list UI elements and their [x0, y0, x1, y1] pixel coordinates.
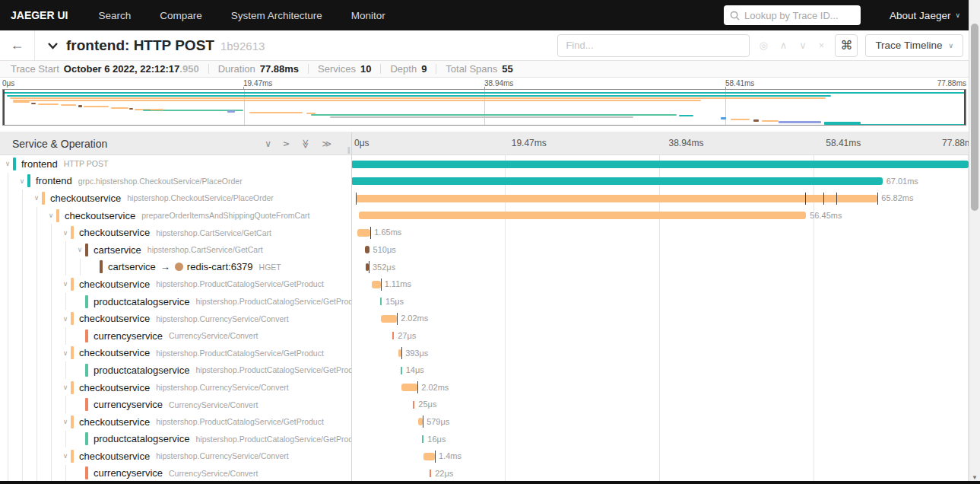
span-name-cell[interactable]: ∨currencyserviceCurrencyService/Convert — [0, 396, 351, 413]
span-name-cell[interactable]: ∨checkoutservicehipstershop.ProductCatal… — [0, 345, 351, 362]
span-chevron-icon[interactable]: ∨ — [60, 349, 71, 357]
span-row[interactable]: ∨checkoutserviceprepareOrderItemsAndShip… — [0, 207, 980, 224]
span-bar-cell[interactable]: 2.02ms — [351, 310, 980, 327]
span-row[interactable]: ∨frontendgrpc.hipstershop.CheckoutServic… — [0, 173, 980, 190]
span-row[interactable]: ∨checkoutservicehipstershop.CurrencyServ… — [0, 447, 980, 465]
span-chevron-icon[interactable]: ∨ — [60, 315, 71, 323]
span-bar[interactable] — [422, 435, 423, 443]
span-name-cell[interactable]: ∨checkoutservicehipstershop.CurrencyServ… — [0, 447, 351, 465]
expand-all-icon[interactable]: ≫ — [322, 139, 331, 149]
span-bar[interactable] — [401, 384, 417, 391]
next-match-icon[interactable]: ∨ — [799, 40, 807, 51]
span-bar[interactable] — [430, 470, 431, 477]
span-row[interactable]: ∨checkoutservicehipstershop.ProductCatal… — [0, 275, 980, 293]
trace-lookup-input[interactable] — [744, 10, 855, 21]
span-chevron-icon[interactable]: ∨ — [17, 177, 27, 185]
back-button[interactable]: ← — [0, 30, 35, 60]
span-bar-cell[interactable]: 1.4ms — [351, 447, 980, 465]
span-name-cell[interactable]: ∨cartservicehipstershop.CartService/GetC… — [0, 241, 351, 259]
brand-logo[interactable]: JAEGER UI — [11, 9, 68, 21]
span-bar-cell[interactable]: 25μs — [351, 396, 980, 413]
span-name-cell[interactable]: ∨frontendgrpc.hipstershop.CheckoutServic… — [0, 173, 351, 190]
span-name-cell[interactable]: ∨checkoutserviceprepareOrderItemsAndShip… — [0, 207, 351, 224]
span-bar[interactable] — [401, 367, 402, 374]
about-jaeger-menu[interactable]: About Jaeger ∨ — [890, 10, 960, 21]
span-chevron-icon[interactable]: ∨ — [60, 229, 71, 237]
span-bar[interactable] — [372, 281, 381, 288]
span-chevron-icon[interactable]: ∨ — [60, 384, 71, 391]
span-name-cell[interactable]: ∨frontendHTTP POST — [0, 155, 351, 173]
span-row[interactable]: ∨checkoutservicehipstershop.CurrencyServ… — [0, 310, 980, 327]
span-bar[interactable] — [413, 401, 414, 409]
span-row[interactable]: ∨checkoutservicehipstershop.ProductCatal… — [0, 345, 980, 362]
span-bar[interactable] — [351, 177, 883, 185]
span-row[interactable]: ∨cartservicehipstershop.CartService/GetC… — [0, 241, 980, 259]
find-input[interactable] — [566, 40, 741, 51]
span-name-cell[interactable]: ∨productcatalogservicehipstershop.Produc… — [0, 293, 351, 310]
span-row[interactable]: ∨productcatalogservicehipstershop.Produc… — [0, 361, 980, 379]
span-row[interactable]: ∨checkoutservicehipstershop.CartService/… — [0, 224, 980, 241]
span-name-cell[interactable]: ∨checkoutservicehipstershop.ProductCatal… — [0, 413, 351, 431]
nav-item-monitor[interactable]: Monitor — [351, 10, 385, 21]
span-name-cell[interactable]: ∨currencyserviceCurrencyService/Convert — [0, 465, 351, 482]
span-bar[interactable] — [381, 315, 397, 323]
focus-match-icon[interactable]: ◎ — [759, 40, 767, 51]
span-row[interactable]: ∨currencyserviceCurrencyService/Convert2… — [0, 465, 980, 482]
span-bar-cell[interactable]: 27μs — [351, 327, 980, 345]
collapse-all-icon[interactable]: ≫ — [300, 139, 311, 148]
span-row[interactable]: ∨currencyserviceCurrencyService/Convert2… — [0, 396, 980, 413]
span-name-cell[interactable]: ∨checkoutservicehipstershop.CurrencyServ… — [0, 310, 351, 327]
span-chevron-icon[interactable]: ∨ — [60, 452, 71, 460]
prev-match-icon[interactable]: ∧ — [780, 40, 788, 51]
span-row[interactable]: ∨productcatalogservicehipstershop.Produc… — [0, 431, 980, 448]
span-name-cell[interactable]: ∨checkoutservicehipstershop.CartService/… — [0, 224, 351, 241]
span-bar-cell[interactable]: 1.65ms — [351, 224, 980, 241]
span-bar[interactable] — [357, 229, 370, 237]
minimap-drag-handle-right[interactable] — [964, 90, 966, 125]
scrollbar-down-arrow-icon[interactable]: ▼ — [969, 474, 980, 481]
nav-item-compare[interactable]: Compare — [160, 10, 202, 21]
span-name-cell[interactable]: ∨productcatalogservicehipstershop.Produc… — [0, 361, 351, 379]
span-bar-cell[interactable]: 22μs — [351, 465, 980, 482]
collapse-trace-detail-button[interactable] — [47, 42, 59, 49]
span-bar-cell[interactable]: 16μs — [351, 431, 980, 448]
span-bar-cell[interactable]: 15μs — [351, 293, 980, 310]
span-row[interactable]: ∨checkoutservicehipstershop.ProductCatal… — [0, 413, 980, 431]
span-bar-cell[interactable] — [351, 155, 980, 173]
span-name-cell[interactable]: ∨checkoutservicehipstershop.CheckoutServ… — [0, 189, 351, 207]
expand-one-icon[interactable]: ∨ — [281, 140, 291, 147]
span-row[interactable]: ∨cartservice→redis-cart:6379HGET352μs — [0, 259, 980, 276]
collapse-one-icon[interactable]: ∨ — [265, 139, 271, 149]
span-row[interactable]: ∨productcatalogservicehipstershop.Produc… — [0, 293, 980, 310]
scrollbar-thumb[interactable] — [971, 24, 978, 211]
span-row[interactable]: ∨checkoutservicehipstershop.CurrencyServ… — [0, 379, 980, 396]
span-row[interactable]: ∨frontendHTTP POST — [0, 155, 980, 173]
span-bar-cell[interactable]: 2.02ms — [351, 379, 980, 396]
column-divider[interactable] — [351, 132, 352, 484]
span-bar[interactable] — [356, 195, 877, 202]
span-bar-cell[interactable]: 510μs — [351, 241, 980, 259]
span-bar-cell[interactable]: 352μs — [351, 259, 980, 276]
span-chevron-icon[interactable]: ∨ — [60, 280, 71, 288]
find-box[interactable] — [557, 34, 750, 57]
span-bar-cell[interactable]: 393μs — [351, 345, 980, 362]
span-chevron-icon[interactable]: ∨ — [75, 246, 85, 253]
keyboard-shortcuts-button[interactable]: ⌘ — [835, 34, 858, 57]
span-bar[interactable] — [359, 212, 807, 219]
span-bar-cell[interactable]: 1.11ms — [351, 275, 980, 293]
span-bar[interactable] — [365, 246, 369, 253]
trace-view-selector[interactable]: Trace Timeline ∨ — [865, 34, 963, 57]
span-bar[interactable] — [380, 298, 382, 305]
span-chevron-icon[interactable]: ∨ — [31, 194, 42, 202]
span-bar-cell[interactable]: 14μs — [351, 361, 980, 379]
span-name-cell[interactable]: ∨checkoutservicehipstershop.ProductCatal… — [0, 275, 351, 293]
minimap-drag-handle-left[interactable] — [3, 90, 5, 125]
span-bar[interactable] — [423, 453, 435, 460]
span-chevron-icon[interactable]: ∨ — [2, 160, 13, 167]
span-bar[interactable] — [392, 332, 394, 339]
nav-item-system-architecture[interactable]: System Architecture — [231, 10, 322, 21]
span-bar-cell[interactable]: 67.01ms — [351, 173, 980, 190]
span-bar-cell[interactable]: 65.82ms — [351, 189, 980, 207]
span-row[interactable]: ∨currencyserviceCurrencyService/Convert2… — [0, 327, 980, 345]
span-name-cell[interactable]: ∨productcatalogservicehipstershop.Produc… — [0, 431, 351, 448]
